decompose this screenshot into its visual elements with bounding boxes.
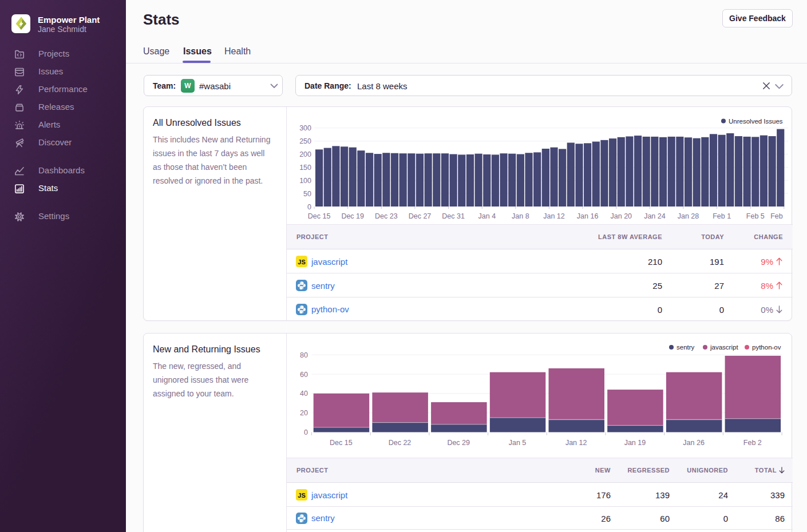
svg-text:Dec 27: Dec 27 bbox=[409, 212, 432, 220]
svg-text:Jan 16: Jan 16 bbox=[577, 212, 599, 220]
svg-text:Dec 23: Dec 23 bbox=[375, 212, 398, 220]
svg-text:200: 200 bbox=[299, 150, 311, 158]
svg-text:Jan 20: Jan 20 bbox=[611, 212, 632, 220]
svg-text:Unresolved Issues: Unresolved Issues bbox=[729, 118, 783, 125]
svg-text:Jan 19: Jan 19 bbox=[624, 439, 646, 447]
svg-text:Feb 1: Feb 1 bbox=[713, 212, 731, 220]
svg-text:300: 300 bbox=[299, 124, 311, 132]
svg-text:Feb 2: Feb 2 bbox=[743, 439, 762, 447]
svg-text:Dec 29: Dec 29 bbox=[447, 439, 470, 447]
svg-text:Dec 19: Dec 19 bbox=[341, 212, 364, 220]
svg-text:Dec 15: Dec 15 bbox=[330, 439, 353, 447]
svg-text:40: 40 bbox=[300, 390, 308, 398]
svg-text:Jan 4: Jan 4 bbox=[478, 212, 496, 220]
svg-text:Dec 31: Dec 31 bbox=[442, 212, 465, 220]
svg-text:python-ov: python-ov bbox=[752, 344, 781, 351]
svg-text:80: 80 bbox=[300, 351, 308, 359]
svg-text:Dec 22: Dec 22 bbox=[389, 439, 412, 447]
svg-text:Feb 5: Feb 5 bbox=[746, 212, 765, 220]
svg-text:Jan 8: Jan 8 bbox=[512, 212, 529, 220]
svg-text:javascript: javascript bbox=[710, 344, 738, 351]
svg-text:JS: JS bbox=[298, 492, 305, 499]
svg-text:250: 250 bbox=[299, 137, 311, 145]
svg-text:Jan 24: Jan 24 bbox=[644, 212, 666, 220]
svg-text:Dec 15: Dec 15 bbox=[308, 212, 331, 220]
svg-text:Jan 12: Jan 12 bbox=[543, 212, 565, 220]
svg-text:0: 0 bbox=[307, 203, 311, 211]
svg-text:Feb: Feb bbox=[770, 212, 783, 220]
svg-text:JS: JS bbox=[298, 259, 305, 265]
svg-text:150: 150 bbox=[299, 164, 311, 172]
svg-text:sentry: sentry bbox=[677, 344, 695, 351]
svg-text:20: 20 bbox=[300, 409, 308, 417]
svg-text:Jan 5: Jan 5 bbox=[509, 439, 527, 447]
svg-text:50: 50 bbox=[303, 190, 311, 198]
svg-text:Jan 26: Jan 26 bbox=[683, 439, 705, 447]
svg-text:Jan 28: Jan 28 bbox=[678, 212, 699, 220]
svg-text:60: 60 bbox=[300, 371, 308, 379]
svg-text:0: 0 bbox=[304, 428, 308, 436]
svg-text:Jan 12: Jan 12 bbox=[565, 439, 587, 447]
svg-text:100: 100 bbox=[299, 177, 311, 185]
